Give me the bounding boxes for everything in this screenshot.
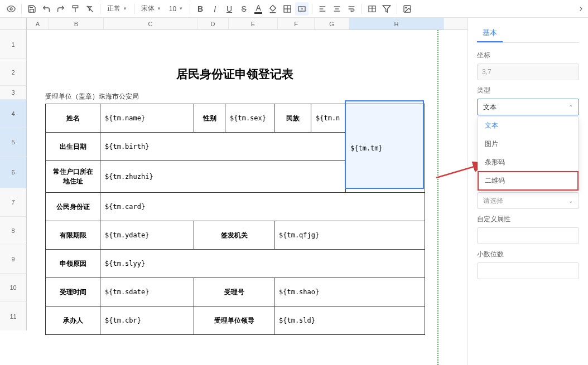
filter-icon[interactable] — [380, 2, 393, 16]
underline-icon[interactable]: U — [223, 2, 236, 16]
label-handler: 承办人 — [46, 306, 100, 335]
toolbar: 正常▼ 宋体▼ 10▼ B I U S A › — [0, 0, 588, 18]
label-card: 公民身份证 — [46, 193, 100, 221]
val-sld[interactable]: ${tm.sld} — [274, 306, 425, 335]
italic-icon[interactable]: I — [208, 2, 221, 16]
image-icon[interactable] — [401, 2, 414, 16]
svg-point-0 — [10, 8, 12, 10]
wrap-icon[interactable] — [345, 2, 358, 16]
clear-format-icon[interactable] — [83, 2, 97, 16]
type-dropdown: 文本图片条形码二维码 — [478, 116, 579, 191]
print-boundary — [437, 30, 438, 365]
column-header-e[interactable]: E — [229, 18, 278, 30]
custom-attr-input[interactable] — [477, 227, 579, 244]
column-header-a[interactable]: A — [27, 18, 49, 30]
toolbar-separator — [397, 4, 397, 14]
val-shao[interactable]: ${tm.shao} — [274, 278, 425, 306]
paragraph-select-value: 正常 — [107, 4, 121, 13]
table-icon[interactable] — [365, 2, 379, 16]
form-subtitle: 受理单位（盖章）珠海市公安局 — [45, 92, 425, 101]
tab-basic[interactable]: 基本 — [477, 25, 503, 42]
save-icon[interactable] — [25, 2, 38, 16]
redo-icon[interactable] — [54, 2, 68, 16]
dropdown-option[interactable]: 条形码 — [478, 153, 578, 172]
chevron-up-icon: ⌃ — [568, 104, 573, 110]
align-h-icon[interactable] — [316, 2, 329, 16]
val-ydate[interactable]: ${tm.ydate} — [100, 221, 194, 250]
merge-icon[interactable] — [295, 2, 309, 16]
label-reason: 申领原因 — [46, 250, 100, 278]
label-birth: 出生日期 — [46, 133, 100, 161]
label-nation: 民族 — [274, 104, 311, 133]
val-tm[interactable]: ${tm.tm} — [346, 104, 425, 193]
type-select[interactable]: 文本 ⌃ 文本图片条形码二维码 — [477, 99, 579, 115]
row-header-8[interactable]: 8 — [0, 217, 27, 245]
row-header-9[interactable]: 9 — [0, 245, 27, 274]
form-table: 姓名 ${tm.name} 性别 ${tm.sex} 民族 ${tm.n ${t… — [45, 104, 425, 335]
val-slyy[interactable]: ${tm.slyy} — [100, 250, 425, 278]
dropdown-option[interactable]: 二维码 — [478, 172, 578, 190]
column-header-f[interactable]: F — [278, 18, 315, 30]
label-time: 受理时间 — [46, 278, 100, 306]
row-header-3[interactable]: 3 — [0, 86, 27, 100]
label-sex: 性别 — [194, 104, 225, 133]
row-header-6[interactable]: 6 — [0, 157, 27, 188]
column-header-c[interactable]: C — [104, 18, 197, 30]
expand-panel-icon[interactable]: › — [580, 3, 582, 13]
spreadsheet-area[interactable]: ABCDEFGH 1234567891011 居民身份证申领登记表 受理单位（盖… — [0, 18, 467, 365]
val-birth[interactable]: ${tm.birth} — [100, 133, 346, 161]
label-addr: 常住户口所在地住址 — [46, 161, 100, 193]
font-color-icon[interactable]: A — [252, 2, 265, 16]
decimals-input[interactable] — [477, 262, 579, 279]
row-header-11[interactable]: 11 — [0, 302, 27, 330]
strikethrough-icon[interactable]: S — [237, 2, 250, 16]
font-select-value: 宋体 — [141, 4, 155, 13]
border-icon[interactable] — [281, 2, 294, 16]
extra-select[interactable]: 请选择 ⌄ — [477, 192, 579, 209]
preview-icon[interactable] — [4, 2, 18, 16]
row-header-5[interactable]: 5 — [0, 128, 27, 157]
val-qfjg[interactable]: ${tm.qfjg} — [274, 221, 425, 250]
toolbar-separator — [190, 4, 190, 14]
toolbar-separator — [100, 4, 100, 14]
val-sdate[interactable]: ${tm.sdate} — [100, 278, 194, 306]
dropdown-option[interactable]: 文本 — [478, 116, 578, 135]
row-header-7[interactable]: 7 — [0, 188, 27, 217]
form-title: 居民身份证申领登记表 — [45, 66, 425, 82]
extra-select-placeholder: 请选择 — [483, 196, 503, 206]
label-expire: 有限期限 — [46, 221, 100, 250]
row-header-4[interactable]: 4 — [0, 100, 27, 128]
paragraph-select[interactable]: 正常▼ — [104, 4, 131, 13]
dropdown-option[interactable]: 图片 — [478, 135, 578, 153]
val-nation[interactable]: ${tm.n — [311, 104, 346, 133]
select-all-corner[interactable] — [0, 18, 27, 30]
align-v-icon[interactable] — [330, 2, 344, 16]
svg-point-20 — [406, 7, 407, 8]
row-header-10[interactable]: 10 — [0, 274, 27, 302]
val-name[interactable]: ${tm.name} — [100, 104, 194, 133]
val-card[interactable]: ${tm.card} — [100, 193, 425, 221]
undo-icon[interactable] — [40, 2, 53, 16]
font-size-select[interactable]: 10▼ — [166, 5, 186, 13]
label-coord: 坐标 — [477, 51, 579, 60]
format-painter-icon[interactable] — [69, 2, 82, 16]
fill-color-icon[interactable] — [266, 2, 279, 16]
svg-marker-18 — [383, 6, 390, 12]
font-select[interactable]: 宋体▼ — [138, 4, 165, 13]
label-custom-attr: 自定义属性 — [477, 215, 579, 224]
toolbar-separator — [134, 4, 134, 14]
val-sex[interactable]: ${tm.sex} — [225, 104, 274, 133]
row-header-2[interactable]: 2 — [0, 59, 27, 86]
column-header-g[interactable]: G — [315, 18, 349, 30]
row-header-1[interactable]: 1 — [0, 30, 27, 59]
column-header-d[interactable]: D — [197, 18, 229, 30]
label-leader: 受理单位领导 — [194, 306, 274, 335]
val-zhuzhi[interactable]: ${tm.zhuzhi} — [100, 161, 346, 193]
column-header-h[interactable]: H — [349, 18, 444, 30]
val-cbr[interactable]: ${tm.cbr} — [100, 306, 194, 335]
column-header-b[interactable]: B — [49, 18, 104, 30]
coord-input — [477, 64, 579, 80]
label-name: 姓名 — [46, 104, 100, 133]
bold-icon[interactable]: B — [194, 2, 207, 16]
panel-tabs: 基本 — [477, 25, 579, 43]
